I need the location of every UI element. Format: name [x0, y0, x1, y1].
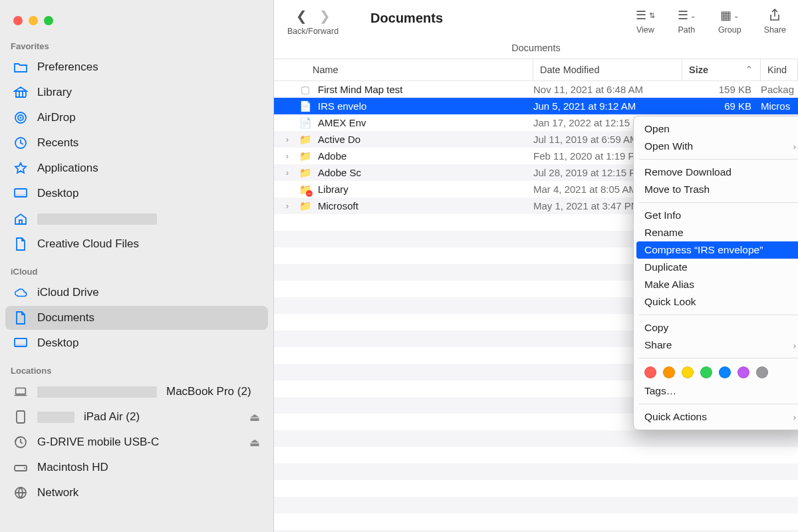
context-menu-item-open[interactable]: Open	[634, 120, 798, 138]
sort-indicator-icon: ⌃	[745, 65, 753, 75]
context-menu-item-compress-irs-envelope-[interactable]: Compress “IRS envelope”	[636, 241, 798, 259]
fullscreen-window-button[interactable]	[44, 16, 53, 25]
disclosure-triangle-icon[interactable]: ›	[282, 168, 293, 178]
submenu-chevron-icon: ›	[793, 412, 796, 422]
context-menu-separator	[639, 404, 798, 404]
sidebar-item-documents[interactable]: Documents	[5, 306, 268, 330]
column-size[interactable]: Size⌃	[682, 59, 761, 80]
sidebar-item-macbook-pro-2-[interactable]: MacBook Pro (2)	[5, 380, 268, 404]
eject-icon[interactable]: ⏏	[249, 410, 260, 424]
sidebar-item-preferences[interactable]: Preferences	[5, 55, 268, 79]
file-row[interactable]: ▢First Mind Map testNov 11, 2021 at 6:48…	[274, 81, 798, 98]
desktop-icon	[13, 186, 28, 201]
context-menu-item-rename[interactable]: Rename	[634, 224, 798, 241]
group-icon: ▦ ⌄	[720, 8, 739, 23]
column-kind[interactable]: Kind	[761, 59, 798, 80]
sidebar-item-creative-cloud-files[interactable]: Creative Cloud Files	[5, 232, 268, 256]
file-row[interactable]: 📄IRS enveloJun 5, 2021 at 9:12 AM69 KBMi…	[274, 98, 798, 114]
context-menu-separator	[639, 358, 798, 358]
column-name[interactable]: Name	[274, 59, 533, 80]
context-menu-item-quick-actions[interactable]: Quick Actions›	[634, 408, 798, 426]
svg-rect-8	[16, 388, 26, 394]
sidebar-item-desktop[interactable]: Desktop	[5, 182, 268, 205]
desktop-icon	[13, 336, 28, 350]
column-date[interactable]: Date Modified	[533, 59, 682, 80]
view-switcher[interactable]: ☰ ⇅ View	[636, 8, 655, 35]
context-menu-item-remove-download[interactable]: Remove Download	[634, 164, 798, 181]
timemachine-icon	[13, 435, 28, 450]
minimize-window-button[interactable]	[29, 16, 38, 25]
file-name: First Mind Map test	[318, 84, 403, 95]
tag-color-dot[interactable]	[719, 366, 731, 378]
submenu-chevron-icon: ›	[793, 142, 796, 152]
sidebar-item-macintosh-hd[interactable]: Macintosh HD	[5, 456, 268, 479]
tag-color-dot[interactable]	[663, 366, 675, 378]
context-menu-item-copy[interactable]: Copy	[634, 319, 798, 336]
tag-color-dot[interactable]	[756, 366, 768, 378]
file-icon: ▢	[298, 84, 313, 96]
sidebar-item-label: Desktop	[37, 187, 78, 200]
file-name: Adobe	[318, 150, 346, 162]
redacted-text	[37, 386, 157, 398]
file-name: AMEX Env	[318, 117, 366, 128]
context-menu-item-tags-[interactable]: Tags…	[634, 382, 798, 400]
file-icon: 📄	[298, 100, 313, 112]
sidebar-item-desktop[interactable]: Desktop	[5, 331, 268, 355]
sidebar-item-label: Applications	[37, 162, 98, 175]
context-menu-item-share[interactable]: Share›	[634, 336, 798, 354]
sidebar-item-recents[interactable]: Recents	[5, 131, 268, 155]
group-dropdown[interactable]: ▦ ⌄ Group	[718, 8, 741, 35]
back-button[interactable]: ❮	[296, 8, 307, 24]
sidebar-item-g-drive-mobile-usb-c[interactable]: G-DRIVE mobile USB-C⏏	[5, 430, 268, 454]
toolbar: ❮ ❯ Back/Forward Documents ☰ ⇅ View ☰ ⌄ …	[274, 0, 798, 40]
sidebar-item-label: Creative Cloud Files	[37, 237, 139, 251]
network-icon	[13, 485, 28, 500]
tag-color-dot[interactable]	[737, 366, 749, 378]
file-icon: 📁	[298, 134, 313, 146]
redacted-text	[37, 213, 157, 225]
cloud-icon	[13, 285, 28, 300]
eject-icon[interactable]: ⏏	[249, 436, 260, 450]
applications-icon	[13, 161, 28, 176]
close-window-button[interactable]	[13, 16, 23, 25]
context-menu-item-move-to-trash[interactable]: Move to Trash	[634, 181, 798, 198]
context-menu-item-make-alias[interactable]: Make Alias	[634, 276, 798, 293]
sidebar-item-airdrop[interactable]: AirDrop	[5, 106, 268, 130]
file-icon: 📁	[298, 200, 313, 212]
document-icon	[13, 311, 28, 325]
window-title: Documents	[357, 11, 617, 26]
sidebar-item-network[interactable]: Network	[5, 481, 268, 505]
sidebar-item-home[interactable]	[5, 207, 268, 231]
sidebar-item-icloud-drive[interactable]: iCloud Drive	[5, 281, 268, 305]
disclosure-triangle-icon[interactable]: ›	[282, 135, 293, 144]
tag-color-dot[interactable]	[682, 366, 694, 378]
svg-rect-7	[15, 344, 27, 346]
submenu-chevron-icon: ›	[793, 340, 796, 350]
path-bar[interactable]: Documents	[274, 40, 798, 59]
share-button[interactable]: Share	[764, 8, 786, 35]
forward-button[interactable]: ❯	[319, 8, 331, 24]
context-menu-item-duplicate[interactable]: Duplicate	[634, 259, 798, 276]
path-dropdown[interactable]: ☰ ⌄ Path	[678, 8, 696, 35]
ipad-icon	[13, 410, 28, 424]
disclosure-triangle-icon[interactable]: ›	[282, 201, 293, 211]
tag-color-dot[interactable]	[644, 366, 656, 378]
tag-color-dot[interactable]	[700, 366, 712, 378]
sidebar-item-label: Network	[37, 486, 78, 499]
disclosure-triangle-icon[interactable]: ›	[282, 152, 293, 161]
airdrop-icon	[13, 110, 28, 125]
laptop-icon	[13, 384, 28, 399]
sidebar-item-label: Preferences	[37, 61, 98, 74]
file-icon: 📁	[298, 167, 313, 179]
context-menu-item-open-with[interactable]: Open With›	[634, 138, 798, 155]
file-icon: 📄	[298, 117, 313, 129]
file-icon: 📁	[298, 150, 313, 162]
file-name: Microsoft	[318, 200, 358, 211]
context-menu-item-quick-look[interactable]: Quick Look	[634, 293, 798, 311]
sidebar-item-ipad-air-2-[interactable]: iPad Air (2)⏏	[5, 405, 268, 429]
sidebar-item-applications[interactable]: Applications	[5, 156, 268, 180]
sidebar-item-label: Library	[37, 86, 72, 99]
sidebar-item-label: Macintosh HD	[37, 461, 108, 474]
sidebar-item-library[interactable]: Library	[5, 80, 268, 104]
context-menu-item-get-info[interactable]: Get Info	[634, 207, 798, 224]
